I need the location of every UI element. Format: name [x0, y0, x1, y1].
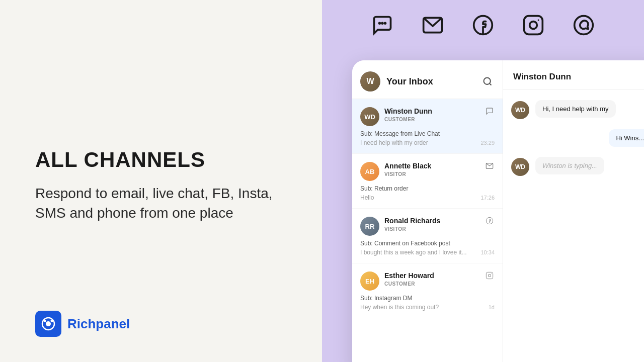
svg-rect-9 [524, 16, 543, 35]
conv-badge-2: VISITOR [384, 171, 495, 177]
right-panel: W Your Inbox WD [322, 0, 644, 362]
conv-subject-2: Sub: Return order [360, 185, 495, 192]
conv-time-4: 1d [489, 304, 495, 310]
conv-preview-2: Hello [360, 194, 374, 201]
msg-avatar-3: WD [511, 158, 529, 176]
conv-subject-4: Sub: Instagram DM [360, 295, 495, 302]
message-row-3: WD Winston is typing... [511, 157, 644, 176]
conversation-list: WD Winston Dunn CUSTO [352, 99, 503, 362]
svg-point-16 [486, 217, 493, 224]
conv-name-3: Ronald Richards [384, 217, 440, 225]
svg-point-19 [491, 274, 492, 274]
conversation-item-4[interactable]: EH Esther Howard [352, 263, 503, 318]
conv-badge-1: CUSTOMER [384, 117, 495, 122]
svg-point-3 [51, 320, 53, 322]
svg-rect-17 [486, 272, 493, 279]
message-row-1: WD Hi, I need help with my [511, 100, 644, 119]
conv-channel-icon-4 [485, 270, 495, 281]
msg-bubble-1: Hi, I need help with my [535, 100, 616, 118]
left-content: ALL CHANNELS Respond to email, live chat… [35, 30, 287, 311]
conv-avatar-1: WD [360, 107, 379, 126]
conv-avatar-4: EH [360, 272, 379, 291]
facebook-icon[interactable] [470, 13, 496, 38]
inbox-panel: W Your Inbox WD [352, 60, 503, 362]
chat-panel: Winston Dunn ☆ WD Hi, I need help with m… [503, 60, 644, 362]
conv-subject-1: Sub: Message from Live Chat [360, 130, 495, 137]
conv-name-2: Annette Black [384, 162, 431, 170]
message-row-2: Hi Wins... [511, 129, 644, 147]
conv-preview-1: I need help with my order [360, 139, 428, 146]
inbox-title: Your Inbox [386, 76, 474, 87]
conv-name-4: Esther Howard [384, 272, 434, 280]
richpanel-logo-icon [35, 311, 61, 337]
svg-point-11 [538, 19, 539, 21]
svg-point-18 [488, 274, 491, 277]
chat-messages: WD Hi, I need help with my Hi Wins... WD… [503, 90, 644, 362]
conv-badge-3: VISITOR [384, 226, 495, 232]
logo-area: Richpanel [35, 311, 287, 337]
conv-channel-icon-1 [485, 106, 495, 116]
svg-point-1 [46, 321, 51, 326]
left-panel: ALL CHANNELS Respond to email, live chat… [0, 0, 322, 362]
chat-icon[interactable] [370, 13, 395, 38]
channel-icons-bar [322, 0, 644, 45]
msg-typing-1: Winston is typing... [535, 157, 604, 174]
email-icon[interactable] [420, 13, 445, 38]
svg-point-10 [530, 22, 537, 29]
instagram-icon[interactable] [521, 13, 546, 38]
headline: ALL CHANNELS [35, 148, 287, 171]
svg-point-2 [44, 320, 46, 322]
conv-time-2: 17:26 [480, 195, 495, 201]
conv-preview-4: Hey when is this coming out? [360, 304, 439, 311]
conversation-item-2[interactable]: AB Annette Black [352, 154, 503, 209]
conv-badge-4: CUSTOMER [384, 281, 495, 287]
conv-name-1: Winston Dunn [384, 107, 432, 115]
conv-avatar-3: RR [360, 217, 379, 236]
logo-text: Richpanel [67, 316, 130, 332]
conv-channel-icon-3 [485, 216, 495, 226]
conv-time-1: 23:29 [480, 140, 495, 146]
chat-contact-name: Winston Dunn [513, 72, 571, 82]
conversation-item-1[interactable]: WD Winston Dunn CUSTO [352, 99, 503, 154]
msg-reply-1: Hi Wins... [609, 129, 644, 147]
chat-header: Winston Dunn ☆ [503, 60, 644, 90]
whatsapp-icon[interactable] [571, 13, 596, 38]
app-mockup: W Your Inbox WD [352, 60, 644, 362]
conv-subject-3: Sub: Comment on Facebook post [360, 240, 495, 247]
inbox-header-avatar: W [360, 71, 380, 92]
svg-point-12 [575, 16, 593, 35]
svg-point-13 [484, 78, 491, 84]
svg-line-14 [490, 83, 492, 85]
inbox-header: W Your Inbox [352, 60, 503, 99]
conv-channel-icon-2 [485, 161, 495, 171]
conversation-item-3[interactable]: RR Ronald Richards [352, 209, 503, 263]
conv-time-3: 10:34 [480, 249, 495, 255]
msg-avatar-1: WD [511, 101, 529, 119]
search-button[interactable] [480, 74, 495, 88]
conv-avatar-2: AB [360, 162, 379, 181]
subtext: Respond to email, live chat, FB, Insta, … [35, 184, 287, 223]
conv-preview-3: I bought this a week ago and I lovee it.… [360, 249, 466, 256]
